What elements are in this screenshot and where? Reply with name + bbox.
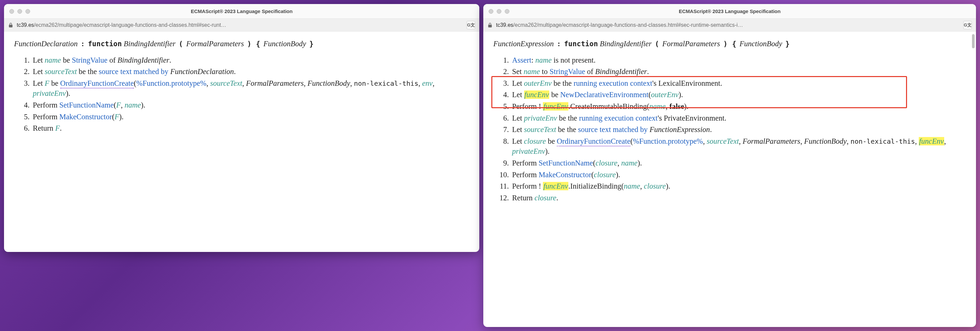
window-controls: [10, 9, 30, 14]
translate-icon[interactable]: G文: [963, 21, 972, 29]
zoom-icon[interactable]: [25, 9, 30, 14]
step: Perform ! funcEnv.InitializeBinding(name…: [511, 181, 966, 192]
titlebar[interactable]: ECMAScript® 2023 Language Specification: [483, 4, 976, 19]
link[interactable]: StringValue: [550, 67, 585, 76]
step: Let closure be OrdinaryFunctionCreate(%F…: [511, 136, 966, 157]
translate-icon[interactable]: G文: [466, 21, 475, 29]
step: Perform SetFunctionName(closure, name).: [511, 158, 966, 168]
step: Let F be OrdinaryFunctionCreate(%Functio…: [32, 78, 469, 99]
step: Perform SetFunctionName(F, name).: [32, 100, 469, 110]
step: Let outerEnv be the running execution co…: [511, 78, 966, 89]
link[interactable]: running execution context: [574, 79, 652, 88]
link[interactable]: NewDeclarativeEnvironment: [560, 90, 649, 99]
window-title: ECMAScript® 2023 Language Specification: [483, 8, 976, 14]
link[interactable]: SetFunctionName: [59, 101, 113, 109]
step: Let funcEnv be NewDeclarativeEnvironment…: [511, 90, 966, 100]
step: Perform ! funcEnv.CreateImmutableBinding…: [511, 102, 966, 112]
link[interactable]: OrdinaryFunctionCreate: [60, 79, 134, 88]
address-bar[interactable]: tc39.es/ecma262/multipage/ecmascript-lan…: [4, 19, 479, 32]
close-icon[interactable]: [488, 9, 493, 14]
link[interactable]: Assert: [512, 56, 531, 64]
step: Let sourceText be the source text matche…: [32, 67, 469, 77]
step: Return closure.: [511, 193, 966, 203]
step: Return F.: [32, 123, 469, 134]
step: Set name to StringValue of BindingIdenti…: [511, 67, 966, 77]
link[interactable]: MakeConstructor: [59, 113, 112, 121]
link[interactable]: running execution context: [579, 114, 658, 122]
link[interactable]: SetFunctionName: [539, 159, 593, 167]
minimize-icon[interactable]: [497, 9, 501, 14]
link[interactable]: source text matched by: [99, 67, 169, 76]
link[interactable]: OrdinaryFunctionCreate: [557, 137, 631, 146]
link[interactable]: %Function.prototype%: [136, 79, 206, 88]
lock-icon: [8, 22, 13, 28]
window-title: ECMAScript® 2023 Language Specification: [4, 8, 479, 14]
algorithm-steps: Assert: name is not present. Set name to…: [493, 55, 966, 203]
step: Let name be StringValue of BindingIdenti…: [32, 55, 469, 66]
link[interactable]: source text matched by: [578, 125, 648, 134]
link[interactable]: MakeConstructor: [539, 171, 591, 179]
step: Perform MakeConstructor(closure).: [511, 170, 966, 180]
step: Let sourceText be the source text matche…: [511, 125, 966, 135]
minimize-icon[interactable]: [18, 9, 22, 14]
url-text: tc39.es/ecma262/multipage/ecmascript-lan…: [496, 22, 960, 28]
link[interactable]: %Function.prototype%: [633, 137, 703, 146]
link[interactable]: StringValue: [72, 56, 107, 64]
page-content: FunctionDeclaration : function BindingId…: [4, 32, 479, 252]
step: Perform MakeConstructor(F).: [32, 112, 469, 122]
algorithm-steps: Let name be StringValue of BindingIdenti…: [14, 55, 469, 134]
zoom-icon[interactable]: [505, 9, 509, 14]
grammar-production: FunctionDeclaration : function BindingId…: [14, 39, 469, 49]
titlebar[interactable]: ECMAScript® 2023 Language Specification: [4, 4, 479, 19]
url-text: tc39.es/ecma262/multipage/ecmascript-lan…: [17, 22, 463, 28]
address-bar[interactable]: tc39.es/ecma262/multipage/ecmascript-lan…: [483, 19, 976, 32]
lock-icon: [487, 22, 493, 28]
step: Assert: name is not present.: [511, 55, 966, 66]
step: Let privateEnv be the running execution …: [511, 113, 966, 124]
page-content: FunctionExpression : function BindingIde…: [483, 32, 976, 327]
grammar-production: FunctionExpression : function BindingIde…: [493, 39, 966, 49]
browser-window-left: ECMAScript® 2023 Language Specification …: [4, 4, 479, 252]
browser-window-right: ECMAScript® 2023 Language Specification …: [483, 4, 976, 327]
window-controls: [488, 9, 509, 14]
close-icon[interactable]: [10, 9, 14, 14]
